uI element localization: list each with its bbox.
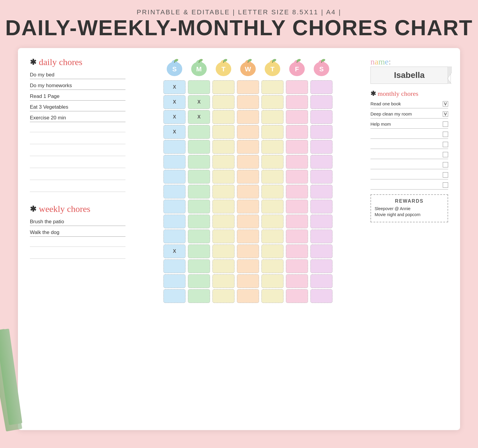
- grid-cell[interactable]: [310, 274, 333, 288]
- grid-cell[interactable]: [188, 274, 210, 288]
- grid-cell[interactable]: [310, 215, 333, 228]
- grid-cell[interactable]: [261, 155, 284, 169]
- grid-cell[interactable]: X: [163, 244, 186, 258]
- grid-cell[interactable]: [310, 200, 333, 213]
- grid-cell[interactable]: [163, 185, 186, 198]
- grid-cell[interactable]: X: [188, 95, 210, 109]
- grid-cell[interactable]: [286, 259, 308, 273]
- grid-cell[interactable]: [286, 244, 308, 258]
- grid-cell[interactable]: [237, 185, 259, 198]
- monthly-chore-checkbox[interactable]: [443, 162, 448, 167]
- grid-cell[interactable]: [237, 274, 259, 288]
- grid-cell[interactable]: [163, 200, 186, 213]
- grid-cell[interactable]: [212, 200, 235, 213]
- grid-cell[interactable]: [286, 155, 308, 169]
- grid-cell[interactable]: [261, 95, 284, 109]
- grid-cell[interactable]: [163, 259, 186, 273]
- grid-cell[interactable]: X: [163, 80, 186, 94]
- grid-cell[interactable]: [286, 170, 308, 184]
- grid-cell[interactable]: [310, 244, 333, 258]
- grid-cell[interactable]: [237, 244, 259, 258]
- grid-cell[interactable]: [212, 244, 235, 258]
- grid-cell[interactable]: X: [163, 95, 186, 109]
- grid-cell[interactable]: [310, 80, 333, 94]
- grid-cell[interactable]: [261, 185, 284, 198]
- grid-cell[interactable]: [310, 289, 333, 303]
- grid-cell[interactable]: [212, 110, 235, 124]
- grid-cell[interactable]: [163, 215, 186, 228]
- grid-cell[interactable]: [163, 230, 186, 243]
- monthly-chore-checkbox[interactable]: [443, 182, 448, 188]
- grid-cell[interactable]: [212, 140, 235, 154]
- grid-cell[interactable]: [188, 289, 210, 303]
- grid-cell[interactable]: [261, 200, 284, 213]
- grid-cell[interactable]: [310, 170, 333, 184]
- grid-cell[interactable]: [188, 125, 210, 139]
- grid-cell[interactable]: [212, 80, 235, 94]
- grid-cell[interactable]: [286, 274, 308, 288]
- grid-cell[interactable]: [212, 274, 235, 288]
- grid-cell[interactable]: [286, 200, 308, 213]
- grid-cell[interactable]: [188, 244, 210, 258]
- monthly-chore-checkbox[interactable]: [443, 172, 448, 178]
- grid-cell[interactable]: [286, 140, 308, 154]
- grid-cell[interactable]: [310, 140, 333, 154]
- grid-cell[interactable]: [188, 215, 210, 228]
- grid-cell[interactable]: [310, 125, 333, 139]
- grid-cell[interactable]: [237, 215, 259, 228]
- monthly-chore-checkbox[interactable]: [443, 132, 448, 137]
- grid-cell[interactable]: [310, 259, 333, 273]
- grid-cell[interactable]: [212, 259, 235, 273]
- grid-cell[interactable]: [237, 80, 259, 94]
- grid-cell[interactable]: [237, 289, 259, 303]
- grid-cell[interactable]: [261, 244, 284, 258]
- monthly-chore-checkbox[interactable]: [443, 121, 448, 127]
- grid-cell[interactable]: [286, 289, 308, 303]
- grid-cell[interactable]: [310, 155, 333, 169]
- grid-cell[interactable]: [261, 80, 284, 94]
- grid-cell[interactable]: [237, 110, 259, 124]
- grid-cell[interactable]: [212, 155, 235, 169]
- grid-cell[interactable]: [212, 185, 235, 198]
- grid-cell[interactable]: [261, 125, 284, 139]
- grid-cell[interactable]: [286, 215, 308, 228]
- grid-cell[interactable]: [163, 155, 186, 169]
- grid-cell[interactable]: [261, 215, 284, 228]
- grid-cell[interactable]: [188, 185, 210, 198]
- grid-cell[interactable]: [237, 259, 259, 273]
- grid-cell[interactable]: [261, 110, 284, 124]
- grid-cell[interactable]: [310, 185, 333, 198]
- grid-cell[interactable]: [237, 95, 259, 109]
- grid-cell[interactable]: [163, 289, 186, 303]
- grid-cell[interactable]: [163, 170, 186, 184]
- grid-cell[interactable]: [212, 95, 235, 109]
- grid-cell[interactable]: [212, 230, 235, 243]
- grid-cell[interactable]: [212, 215, 235, 228]
- grid-cell[interactable]: [286, 185, 308, 198]
- grid-cell[interactable]: [310, 230, 333, 243]
- grid-cell[interactable]: [286, 95, 308, 109]
- grid-cell[interactable]: [286, 125, 308, 139]
- grid-cell[interactable]: [286, 230, 308, 243]
- grid-cell[interactable]: [188, 259, 210, 273]
- grid-cell[interactable]: [212, 289, 235, 303]
- grid-cell[interactable]: [237, 200, 259, 213]
- grid-cell[interactable]: [237, 230, 259, 243]
- grid-cell[interactable]: [286, 80, 308, 94]
- grid-cell[interactable]: [237, 140, 259, 154]
- grid-cell[interactable]: [261, 140, 284, 154]
- grid-cell[interactable]: [310, 95, 333, 109]
- grid-cell[interactable]: [188, 230, 210, 243]
- grid-cell[interactable]: [261, 274, 284, 288]
- grid-cell[interactable]: [188, 155, 210, 169]
- grid-cell[interactable]: X: [163, 110, 186, 124]
- monthly-chore-checkbox[interactable]: [443, 142, 448, 147]
- grid-cell[interactable]: [163, 274, 186, 288]
- grid-cell[interactable]: [261, 170, 284, 184]
- grid-cell[interactable]: [261, 230, 284, 243]
- grid-cell[interactable]: [163, 140, 186, 154]
- monthly-chore-checkbox[interactable]: V: [443, 111, 448, 117]
- grid-cell[interactable]: [261, 259, 284, 273]
- grid-cell[interactable]: X: [163, 125, 186, 139]
- grid-cell[interactable]: [188, 140, 210, 154]
